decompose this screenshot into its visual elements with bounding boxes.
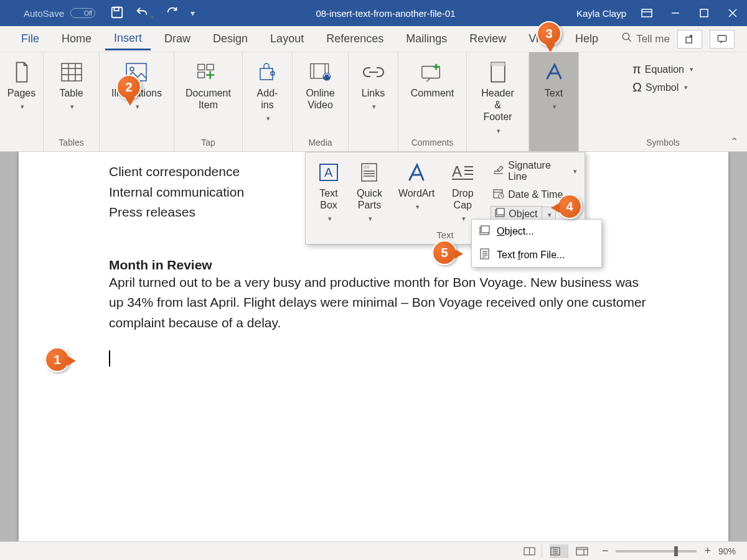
- table-button[interactable]: Table ▾: [53, 58, 90, 113]
- zoom-out-button[interactable]: −: [602, 544, 609, 558]
- svg-point-17: [130, 67, 134, 71]
- svg-text:A: A: [324, 166, 333, 179]
- autosave-label: AutoSave: [24, 8, 64, 19]
- tell-me-search[interactable]: Tell me: [621, 32, 670, 46]
- menu-text-from-file[interactable]: Text from File...: [472, 243, 601, 267]
- text-button[interactable]: Text ▾: [535, 58, 573, 113]
- svg-rect-56: [481, 226, 489, 233]
- svg-rect-0: [112, 7, 123, 17]
- callout-5: 5: [432, 240, 457, 265]
- signature-line-button[interactable]: Signature Line ▾: [491, 159, 580, 184]
- callout-1: 1: [45, 347, 70, 372]
- group-tables: Tables: [49, 135, 94, 151]
- svg-rect-11: [62, 63, 82, 81]
- zoom-slider[interactable]: [616, 550, 697, 553]
- svg-rect-18: [198, 64, 205, 70]
- undo-icon[interactable]: ▾: [135, 6, 154, 21]
- symbol-button[interactable]: Ω Symbol ▾: [632, 80, 693, 95]
- svg-rect-4: [700, 9, 708, 17]
- svg-rect-57: [481, 249, 489, 259]
- online-video-button[interactable]: Online Video: [301, 58, 339, 113]
- maximize-button[interactable]: [690, 0, 718, 26]
- tab-review[interactable]: Review: [461, 29, 515, 49]
- user-name[interactable]: Kayla Clayp: [576, 8, 626, 19]
- svg-rect-54: [497, 208, 504, 215]
- save-icon[interactable]: [110, 6, 124, 21]
- equation-icon: π: [632, 62, 641, 77]
- wordart-icon: [405, 161, 428, 184]
- page-icon: [11, 61, 33, 83]
- view-web-layout[interactable]: [576, 544, 594, 558]
- comments-button[interactable]: [710, 30, 735, 49]
- tab-insert[interactable]: Insert: [105, 28, 151, 50]
- minimize-button[interactable]: [661, 0, 690, 26]
- svg-rect-38: [364, 166, 370, 169]
- svg-point-7: [622, 33, 629, 40]
- tab-mailings[interactable]: Mailings: [397, 29, 456, 49]
- tab-design[interactable]: Design: [204, 29, 256, 49]
- ribbon-collapse-icon[interactable]: ⌃: [730, 136, 738, 147]
- status-bar: − + 90%: [0, 541, 747, 560]
- svg-text:A: A: [452, 163, 462, 180]
- search-icon: [621, 32, 632, 46]
- group-symbols: Symbols: [584, 135, 742, 151]
- view-print-layout[interactable]: [550, 544, 568, 558]
- document-item-button[interactable]: Document Item: [181, 58, 236, 113]
- zoom-level[interactable]: 90%: [718, 546, 736, 556]
- autosave-toggle[interactable]: AutoSave Off: [24, 8, 95, 19]
- table-icon: [60, 61, 83, 83]
- drop-cap-button[interactable]: A Drop Cap▾: [446, 159, 479, 227]
- addins-icon: [256, 61, 279, 83]
- header-footer-button[interactable]: Header & Footer ▾: [472, 58, 524, 138]
- menu-object[interactable]: Object...: [472, 220, 601, 243]
- document-title: 08-insert-text-from-another-file-01: [195, 8, 576, 19]
- comment-button[interactable]: Comment: [406, 58, 459, 101]
- svg-rect-9: [686, 37, 692, 42]
- group-tap: Tap: [179, 135, 237, 151]
- ribbon-display-icon[interactable]: [632, 0, 661, 26]
- quick-parts-button[interactable]: Quick Parts▾: [352, 159, 387, 227]
- svg-rect-19: [207, 64, 214, 70]
- tab-references[interactable]: References: [317, 29, 392, 49]
- tab-file[interactable]: File: [12, 29, 48, 49]
- group-media: Media: [298, 135, 343, 151]
- svg-rect-10: [718, 35, 726, 41]
- online-video-icon: [309, 61, 332, 83]
- qat-customize-icon[interactable]: ▾: [190, 8, 195, 18]
- equation-button[interactable]: π Equation ▾: [632, 62, 693, 77]
- svg-rect-34: [491, 62, 505, 66]
- addins-button[interactable]: Add- ins ▾: [249, 58, 286, 125]
- redo-icon[interactable]: [166, 6, 179, 21]
- svg-rect-20: [198, 72, 205, 78]
- share-button[interactable]: [677, 30, 702, 49]
- document-item-icon: [197, 61, 219, 83]
- pages-button[interactable]: Pages ▾: [2, 58, 40, 113]
- calendar-icon: [493, 189, 504, 201]
- group-comments: Comments: [403, 135, 461, 151]
- autosave-state: Off: [70, 8, 95, 18]
- view-read-mode[interactable]: [524, 544, 542, 558]
- tab-draw[interactable]: Draw: [156, 29, 199, 49]
- wordart-button[interactable]: WordArt▾: [393, 159, 439, 227]
- svg-rect-2: [642, 9, 652, 17]
- ribbon-insert: Pages ▾ Table ▾ Tables Illustrations ▾ D…: [0, 52, 747, 152]
- object-menu-icon: [479, 225, 491, 238]
- callout-4: 4: [557, 194, 582, 219]
- tab-help[interactable]: Help: [566, 29, 607, 49]
- text-box-icon: A: [317, 161, 340, 184]
- title-bar: AutoSave Off ▾ ▾ 08-insert-text-from-ano…: [0, 0, 747, 26]
- comment-icon: [421, 61, 443, 83]
- svg-rect-68: [576, 548, 588, 555]
- close-button[interactable]: [718, 0, 747, 26]
- signature-icon: [493, 165, 504, 177]
- tab-layout[interactable]: Layout: [261, 29, 312, 49]
- quick-access-toolbar: ▾ ▾: [110, 6, 195, 21]
- zoom-in-button[interactable]: +: [704, 544, 711, 558]
- links-button[interactable]: Links ▾: [355, 58, 392, 113]
- drop-cap-icon: A: [451, 161, 474, 184]
- text-box-button[interactable]: A Text Box▾: [312, 159, 345, 227]
- tab-home[interactable]: Home: [53, 29, 100, 49]
- document-area: Client correspondence Internal communica…: [0, 152, 747, 541]
- tell-me-label: Tell me: [636, 33, 670, 45]
- svg-line-8: [628, 39, 631, 42]
